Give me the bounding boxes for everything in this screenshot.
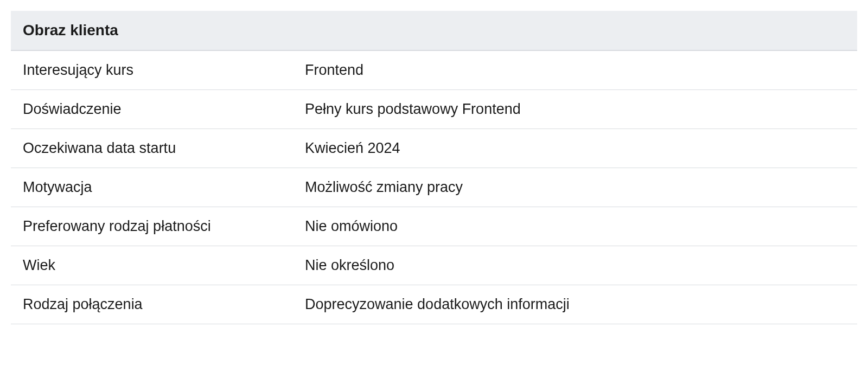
table-row: Interesujący kurs Frontend xyxy=(11,51,857,90)
row-label: Motywacja xyxy=(23,179,305,196)
table-header: Obraz klienta xyxy=(11,11,857,51)
row-value: Doprecyzowanie dodatkowych informacji xyxy=(305,296,845,313)
row-label: Preferowany rodzaj płatności xyxy=(23,218,305,235)
table-row: Preferowany rodzaj płatności Nie omówion… xyxy=(11,207,857,246)
table-row: Doświadczenie Pełny kurs podstawowy Fron… xyxy=(11,90,857,129)
table-row: Motywacja Możliwość zmiany pracy xyxy=(11,168,857,207)
row-label: Wiek xyxy=(23,257,305,274)
row-value: Nie określono xyxy=(305,257,845,274)
row-label: Oczekiwana data startu xyxy=(23,140,305,157)
client-info-table: Obraz klienta Interesujący kurs Frontend… xyxy=(11,11,857,324)
table-row: Oczekiwana data startu Kwiecień 2024 xyxy=(11,129,857,168)
row-value: Nie omówiono xyxy=(305,218,845,235)
row-label: Interesujący kurs xyxy=(23,62,305,79)
row-label: Doświadczenie xyxy=(23,101,305,118)
table-row: Wiek Nie określono xyxy=(11,246,857,285)
row-label: Rodzaj połączenia xyxy=(23,296,305,313)
row-value: Możliwość zmiany pracy xyxy=(305,179,845,196)
row-value: Kwiecień 2024 xyxy=(305,140,845,157)
row-value: Pełny kurs podstawowy Frontend xyxy=(305,101,845,118)
row-value: Frontend xyxy=(305,62,845,79)
table-row: Rodzaj połączenia Doprecyzowanie dodatko… xyxy=(11,285,857,324)
